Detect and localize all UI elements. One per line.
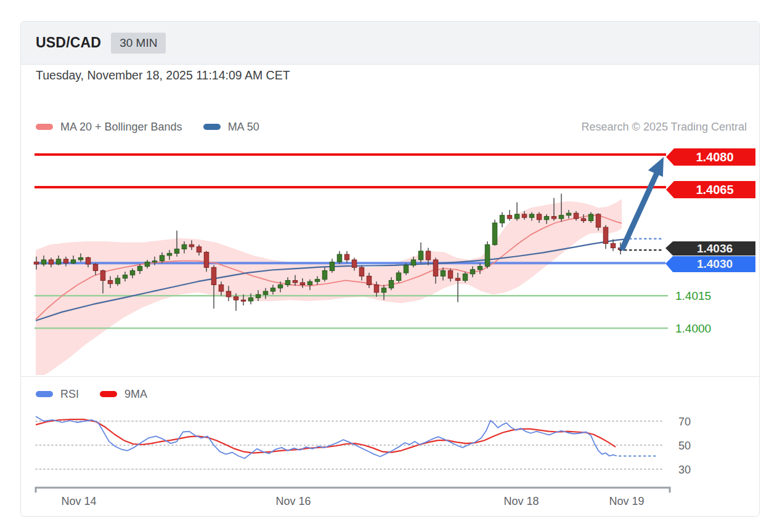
candle-body <box>226 291 231 297</box>
copyright-text: Research © 2025 Trading Central <box>582 121 747 134</box>
candle-body <box>581 219 586 221</box>
card-header: USD/CAD 30 MIN <box>21 22 759 65</box>
candle-body <box>559 216 564 219</box>
candle-body <box>197 247 201 252</box>
candle-body <box>485 244 490 266</box>
instrument-title: USD/CAD <box>36 34 101 51</box>
candle-body <box>248 298 253 301</box>
candle-body <box>470 270 475 274</box>
candle-body <box>293 280 298 283</box>
legend-item-ma20-bb: MA 20 + Bollinger Bands <box>36 121 182 134</box>
candle-body <box>337 254 342 262</box>
candle-body <box>448 271 453 278</box>
candle-body <box>34 262 39 264</box>
chart-canvas: 1.4080 1.4065 1.4036 1.4030 1.4015 1.400… <box>21 22 759 516</box>
last-price-label: 1.4036 <box>697 242 733 255</box>
bullish-projection-arrow-icon <box>622 157 664 250</box>
candle-body <box>322 271 327 280</box>
candle-body <box>381 288 386 292</box>
candle-body <box>211 267 216 284</box>
candle-body <box>167 253 172 256</box>
x-axis-label-nov19: Nov 19 <box>609 495 644 507</box>
candle-body <box>544 216 549 219</box>
price-plot <box>34 155 668 381</box>
candle-body <box>174 249 179 253</box>
candle-body <box>241 300 246 301</box>
pivot-label: 1.4030 <box>697 257 733 270</box>
candle-body <box>108 280 113 283</box>
legend-item-rsi: RSI <box>36 388 79 401</box>
legend-label: 9MA <box>124 388 147 401</box>
candle-body <box>611 244 616 248</box>
candle-body <box>41 260 46 264</box>
legend-label: MA 20 + Bollinger Bands <box>60 121 182 134</box>
main-chart-legend: MA 20 + Bollinger Bands MA 50 Research ©… <box>36 119 747 135</box>
candle-body <box>396 273 401 280</box>
candle-body <box>596 214 601 227</box>
candle-body <box>137 267 142 271</box>
candle-body <box>49 260 54 264</box>
rsi-swatch-icon <box>36 391 53 397</box>
candle-body <box>566 213 571 216</box>
candle-body <box>115 278 120 284</box>
rsi-tick-70: 70 <box>678 416 691 428</box>
candle-body <box>145 262 150 266</box>
rsi-9ma-line <box>36 419 616 453</box>
rsi-line <box>36 416 617 458</box>
candle-body <box>374 285 379 292</box>
ma20-bb-swatch-icon <box>36 124 53 130</box>
candle-body <box>426 251 431 260</box>
candle-body <box>271 288 275 291</box>
legend-label: RSI <box>60 388 79 401</box>
candle-body <box>123 275 128 278</box>
ma50-swatch-icon <box>203 124 221 130</box>
candle-body <box>330 262 335 270</box>
candle-body <box>307 281 312 284</box>
page: USD/CAD 30 MIN Tuesday, November 18, 202… <box>0 0 769 532</box>
rsi-legend: RSI 9MA <box>36 386 168 402</box>
bollinger-band-area <box>36 199 622 380</box>
candle-body <box>63 259 68 263</box>
candle-body <box>86 257 91 264</box>
candle-body <box>93 264 98 271</box>
candle-body <box>478 267 482 270</box>
rsi-plot <box>36 416 663 469</box>
candle-body <box>352 260 357 267</box>
candle-body <box>278 285 283 288</box>
chart-timestamp: Tuesday, November 18, 2025 11:14:09 AM C… <box>36 68 290 83</box>
candle-body <box>285 280 290 284</box>
candle-body <box>603 227 608 243</box>
candle-body <box>189 244 194 247</box>
x-axis-label-nov14: Nov 14 <box>61 495 96 507</box>
candle-body <box>359 267 364 276</box>
candle-body <box>411 260 416 265</box>
candle-body <box>152 261 157 262</box>
candle-body <box>441 271 446 276</box>
timeframe-badge: 30 MIN <box>111 33 166 54</box>
candle-body <box>418 251 423 260</box>
candle-body <box>588 214 593 221</box>
candle-body <box>182 244 187 249</box>
resistance-tag-label: 1.4080 <box>696 150 733 164</box>
candle-body <box>515 214 519 219</box>
candle-body <box>100 271 105 281</box>
candle-body <box>256 294 261 297</box>
candle-body <box>204 252 209 268</box>
candle-body <box>315 280 320 282</box>
candle-body <box>433 260 438 276</box>
x-axis-label-nov16: Nov 16 <box>275 495 311 507</box>
x-axis-label-nov18: Nov 18 <box>503 495 539 507</box>
rsi-tick-30: 30 <box>678 464 691 476</box>
candle-body <box>500 216 505 223</box>
candle-body <box>234 297 238 300</box>
x-axis-line <box>36 488 670 493</box>
candle-body <box>492 223 497 244</box>
legend-item-9ma: 9MA <box>100 388 147 401</box>
rsi-tick-50: 50 <box>678 440 691 452</box>
legend-item-ma50: MA 50 <box>203 121 259 134</box>
candle-body <box>56 259 61 264</box>
candle-body <box>551 216 556 219</box>
resistance-tag-1-4080: 1.4080 <box>666 148 755 166</box>
candle-body <box>300 283 305 285</box>
resistance-tag-1-4065: 1.4065 <box>666 181 755 198</box>
